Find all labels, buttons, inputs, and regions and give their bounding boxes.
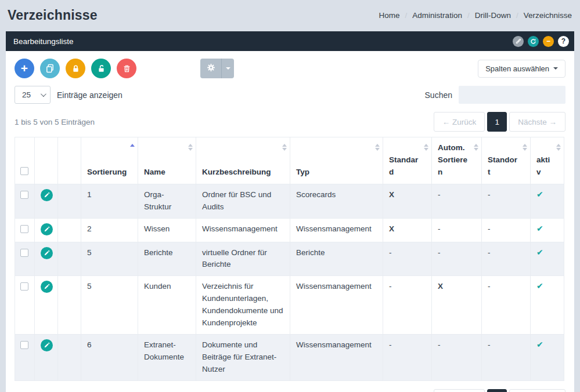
cell-edit [35, 242, 58, 276]
page-number-button[interactable]: 1 [487, 389, 507, 392]
cell-autom_sortieren: - [432, 242, 482, 276]
edit-row-button[interactable] [41, 223, 53, 235]
sort-arrows-icon [474, 144, 478, 151]
search-control: Suchen [425, 86, 565, 104]
column-label: Autom. Sortieren [438, 143, 467, 176]
lock-icon [71, 64, 80, 73]
breadcrumb-item-verzeichnisse[interactable]: Verzeichnisse [524, 11, 572, 20]
previous-page-button[interactable]: ← Zurück [434, 112, 485, 132]
column-header-aktiv[interactable]: aktiv [531, 137, 564, 184]
breadcrumb-separator: / [467, 11, 470, 20]
cell-typ: Wissensmanagement [290, 218, 383, 242]
info-pagination-top: 1 bis 5 von 5 Einträgen ← Zurück 1 Nächs… [15, 112, 565, 132]
page-title: Verzeichnisse [8, 8, 98, 23]
add-button[interactable]: + [15, 59, 34, 78]
refresh-button[interactable] [528, 36, 539, 47]
active-check-icon: ✔ [536, 281, 543, 291]
column-header-autom_sortieren[interactable]: Autom. Sortieren [432, 137, 482, 184]
column-header-sortierung[interactable]: Sortierung [81, 137, 138, 184]
sort-arrows-icon [130, 144, 135, 147]
breadcrumb-item-administration[interactable]: Administration [412, 11, 462, 20]
cell-spacer [58, 184, 81, 218]
pencil-icon [44, 284, 50, 290]
columns-select-button[interactable]: Spalten auswählen [478, 60, 565, 78]
edit-row-button[interactable] [41, 339, 53, 351]
sort-arrows-icon [424, 144, 428, 151]
cell-sortierung: 5 [81, 242, 138, 276]
copy-button[interactable] [40, 59, 60, 78]
link-button[interactable] [513, 36, 524, 47]
settings-caret-button[interactable] [222, 59, 234, 78]
edit-row-button[interactable] [41, 247, 53, 259]
row-checkbox[interactable] [20, 341, 28, 349]
table-info: 1 bis 5 von 5 Einträgen [15, 118, 95, 126]
search-label: Suchen [425, 90, 452, 100]
cell-edit [35, 218, 58, 242]
column-header-spacer [58, 137, 81, 184]
cell-standard: X [383, 184, 432, 218]
row-checkbox[interactable] [20, 249, 28, 257]
next-page-button[interactable]: Nächste → [509, 389, 565, 392]
length-search-row: 25 Einträge anzeigen Suchen [15, 86, 565, 104]
cell-standard: X [383, 218, 432, 242]
chevron-down-icon [41, 91, 46, 97]
cell-name: Kunden [138, 276, 196, 335]
question-icon: ? [561, 38, 565, 45]
cell-name: Orga-Struktur [138, 184, 196, 218]
collapse-button[interactable]: − [543, 36, 554, 47]
column-label: aktiv [536, 155, 550, 176]
cell-kurzbeschreibung: Verzeichnis für Kundenunterlagen, Kunden… [196, 276, 290, 335]
active-check-icon: ✔ [536, 224, 543, 233]
cell-spacer [58, 335, 81, 381]
minus-icon: − [546, 38, 550, 45]
next-page-button[interactable]: Nächste → [509, 112, 565, 132]
sort-arrows-icon [523, 144, 527, 151]
active-check-icon: ✔ [536, 248, 543, 257]
page-length-label: Einträge anzeigen [57, 90, 123, 100]
search-input[interactable] [459, 86, 565, 104]
settings-button[interactable] [200, 59, 222, 78]
column-header-standard[interactable]: Standard [383, 137, 432, 184]
lock-button[interactable] [66, 59, 85, 78]
unlock-button[interactable] [91, 59, 111, 78]
edit-row-button[interactable] [41, 281, 53, 293]
row-checkbox[interactable] [20, 225, 28, 233]
column-header-typ[interactable]: Typ [290, 137, 383, 184]
column-header-kurzbeschreibung[interactable]: Kurzbeschreibung [196, 137, 290, 184]
info-pagination-bottom: 1 bis 5 von 5 Einträgen ← Zurück 1 Nächs… [15, 389, 565, 392]
sort-arrows-icon [375, 144, 380, 151]
cell-sortierung: 2 [81, 218, 138, 242]
table-header-row: SortierungNameKurzbeschreibungTypStandar… [15, 137, 564, 184]
pagination-bottom: ← Zurück 1 Nächste → [434, 389, 565, 392]
select-all-checkbox[interactable] [20, 167, 28, 175]
row-checkbox[interactable] [20, 282, 28, 291]
cell-standort: - [482, 184, 531, 218]
page-number-button[interactable]: 1 [487, 112, 507, 132]
sort-arrows-icon [188, 144, 193, 151]
delete-button[interactable] [117, 59, 136, 78]
cell-edit [35, 276, 58, 335]
page-length-control: 25 Einträge anzeigen [15, 86, 123, 104]
cell-autom_sortieren: - [432, 184, 482, 218]
breadcrumb-item-drill-down[interactable]: Drill-Down [475, 11, 511, 20]
cell-sortierung: 5 [81, 276, 138, 335]
cell-standard: - [383, 242, 432, 276]
page-length-value: 25 [22, 90, 31, 99]
chevron-down-icon [553, 67, 558, 70]
help-button[interactable]: ? [558, 36, 569, 47]
row-checkbox[interactable] [20, 191, 28, 199]
column-header-name[interactable]: Name [138, 137, 196, 184]
previous-page-button[interactable]: ← Zurück [434, 389, 485, 392]
column-header-standort[interactable]: Standort [482, 137, 531, 184]
cell-autom_sortieren: X [432, 276, 482, 335]
page-length-select[interactable]: 25 [15, 86, 51, 104]
breadcrumb-separator: / [405, 11, 408, 20]
table-body: 1Orga-StrukturOrdner für BSC und AuditsS… [15, 184, 564, 380]
directories-table: SortierungNameKurzbeschreibungTypStandar… [15, 137, 564, 381]
breadcrumb-item-home[interactable]: Home [379, 11, 400, 20]
active-check-icon: ✔ [536, 190, 543, 199]
pencil-icon [44, 342, 50, 349]
cell-aktiv: ✔ [531, 218, 564, 242]
refresh-icon [530, 38, 536, 45]
edit-row-button[interactable] [41, 189, 53, 201]
